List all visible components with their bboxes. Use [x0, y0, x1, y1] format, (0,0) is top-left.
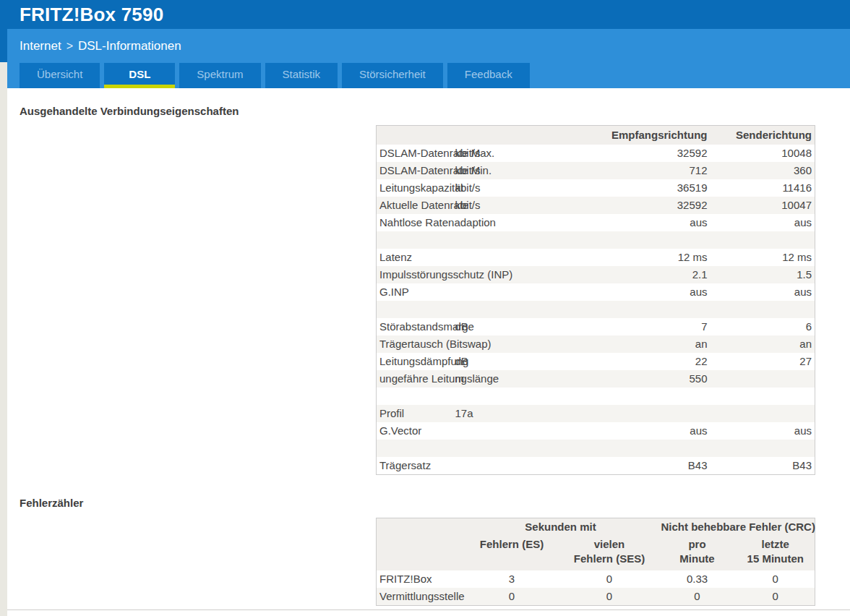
- unit-cell: 17a: [452, 405, 606, 422]
- downstream-value-cell: 32592: [606, 197, 711, 214]
- error-value-cell-3: 0: [737, 570, 815, 588]
- downstream-value-cell: 7: [606, 318, 711, 335]
- tab-feedback[interactable]: Feedback: [447, 63, 530, 88]
- unit-cell: dB: [452, 353, 606, 370]
- error-value-cell-3: 0: [737, 588, 815, 606]
- spacer-cell: [377, 301, 815, 318]
- unit-cell: kbit/s: [452, 197, 606, 214]
- row-label-cell: Trägersatz: [377, 457, 452, 475]
- row-label-cell: Leitungsdämpfung: [377, 353, 452, 370]
- tab-dsl[interactable]: DSL: [104, 63, 175, 88]
- downstream-value-cell: an: [606, 335, 711, 353]
- upstream-value-cell: 11416: [711, 179, 815, 197]
- connection-table-header-row: Empfangsrichtung Senderichtung: [377, 126, 815, 145]
- unit-cell: kbit/s: [452, 145, 606, 162]
- table-row: G.INP ausaus: [377, 283, 815, 301]
- tab-spektrum[interactable]: Spektrum: [179, 63, 260, 88]
- error-value-cell-1: 0: [561, 588, 658, 606]
- unit-cell: [452, 457, 606, 475]
- header-downstream-col: Empfangsrichtung: [606, 126, 711, 145]
- upstream-value-cell: aus: [711, 422, 815, 440]
- spacer-row: [377, 301, 815, 318]
- spacer-row: [377, 231, 815, 249]
- sub-header-0: Fehlern (ES): [463, 536, 561, 570]
- table-row: DSLAM-Datenrate Max.kbit/s3259210048: [377, 145, 815, 162]
- tab-statistik[interactable]: Statistik: [265, 63, 338, 88]
- connection-properties-table: Empfangsrichtung Senderichtung DSLAM-Dat…: [376, 125, 815, 475]
- upstream-value-cell: 27: [711, 353, 815, 370]
- upstream-value-cell: 360: [711, 162, 815, 179]
- row-label-cell: Impulsstörungsschutz (INP): [377, 266, 452, 283]
- upstream-value-cell: 12 ms: [711, 249, 815, 266]
- downstream-value-cell: B43: [606, 457, 711, 475]
- upstream-value-cell: B43: [711, 457, 815, 475]
- table-row: Leitungskapazitätkbit/s3651911416: [377, 179, 815, 197]
- sub-header-2: pro Minute: [658, 536, 737, 570]
- downstream-value-cell: aus: [606, 422, 711, 440]
- downstream-value-cell: 12 ms: [606, 249, 711, 266]
- upstream-value-cell: an: [711, 335, 815, 353]
- spacer-cell: [377, 231, 815, 249]
- row-label-cell: Latenz: [377, 249, 452, 266]
- error-table-body: FRITZ!Box300.330Vermittlungsstelle0000: [377, 570, 815, 606]
- table-row: LeitungsdämpfungdB2227: [377, 353, 815, 370]
- row-label-cell: Leitungskapazität: [377, 179, 452, 197]
- upstream-value-cell: 10047: [711, 197, 815, 214]
- spacer-cell: [377, 440, 815, 457]
- page-content: Ausgehandelte Verbindungseigenschaften E…: [7, 104, 850, 610]
- spacer-row: [377, 388, 815, 405]
- error-counter-table: Sekunden mit Nicht behebbare Fehler (CRC…: [376, 518, 815, 606]
- row-label-cell: Trägertausch (Bitswap): [377, 335, 452, 353]
- row-label-cell: Nahtlose Ratenadaption: [377, 214, 452, 231]
- row-label-cell: DSLAM-Datenrate Max.: [377, 145, 452, 162]
- row-label-cell: Profil: [377, 405, 452, 422]
- row-label-cell: Vermittlungsstelle: [377, 588, 463, 606]
- group-header-empty: [377, 518, 463, 536]
- downstream-value-cell: 712: [606, 162, 711, 179]
- table-row: Impulsstörungsschutz (INP) 2.11.5: [377, 266, 815, 283]
- table-row: FRITZ!Box300.330: [377, 570, 815, 588]
- error-value-cell-2: 0: [658, 588, 737, 606]
- upstream-value-cell: [711, 405, 815, 422]
- table-row: Latenz 12 ms12 ms: [377, 249, 815, 266]
- table-row: Nahtlose Ratenadaption ausaus: [377, 214, 815, 231]
- downstream-value-cell: 32592: [606, 145, 711, 162]
- unit-cell: [452, 422, 606, 440]
- unit-cell: [452, 283, 606, 301]
- row-label-cell: ungefähre Leitungslänge: [377, 370, 452, 388]
- sub-header-1: vielen Fehlern (SES): [561, 536, 658, 570]
- main-panel: Internet>DSL-Informationen ÜbersichtDSLS…: [7, 29, 850, 616]
- table-row: ungefähre Leitungslängem550: [377, 370, 815, 388]
- spacer-cell: [377, 388, 815, 405]
- spacer-row: [377, 440, 815, 457]
- error-value-cell-2: 0.33: [658, 570, 737, 588]
- downstream-value-cell: 2.1: [606, 266, 711, 283]
- table-row: Profil17a: [377, 405, 815, 422]
- unit-cell: kbit/s: [452, 162, 606, 179]
- row-label-cell: Aktuelle Datenrate: [377, 197, 452, 214]
- tab-bar: ÜbersichtDSLSpektrumStatistikStörsicherh…: [20, 63, 530, 88]
- downstream-value-cell: 36519: [606, 179, 711, 197]
- error-value-cell-0: 3: [463, 570, 561, 588]
- error-value-cell-1: 0: [561, 570, 658, 588]
- unit-cell: dB: [452, 318, 606, 335]
- upstream-value-cell: [711, 370, 815, 388]
- downstream-value-cell: 550: [606, 370, 711, 388]
- downstream-value-cell: [606, 405, 711, 422]
- header-upstream-col: Senderichtung: [711, 126, 815, 145]
- breadcrumb-internet-link[interactable]: Internet: [20, 39, 61, 53]
- breadcrumb-current-page: DSL-Informationen: [78, 39, 181, 53]
- unit-cell: kbit/s: [452, 179, 606, 197]
- downstream-value-cell: 22: [606, 353, 711, 370]
- tab-st-rsicherheit[interactable]: Störsicherheit: [342, 63, 443, 88]
- row-label-cell: G.Vector: [377, 422, 452, 440]
- upstream-value-cell: aus: [711, 283, 815, 301]
- tab--bersicht[interactable]: Übersicht: [20, 63, 100, 88]
- section-divider: [7, 609, 850, 610]
- section-title-connection: Ausgehandelte Verbindungseigenschaften: [20, 104, 850, 118]
- error-table-group-header-row: Sekunden mit Nicht behebbare Fehler (CRC…: [377, 518, 815, 536]
- downstream-value-cell: aus: [606, 283, 711, 301]
- row-label-cell: G.INP: [377, 283, 452, 301]
- table-row: G.Vector ausaus: [377, 422, 815, 440]
- table-row: Trägertausch (Bitswap) anan: [377, 335, 815, 353]
